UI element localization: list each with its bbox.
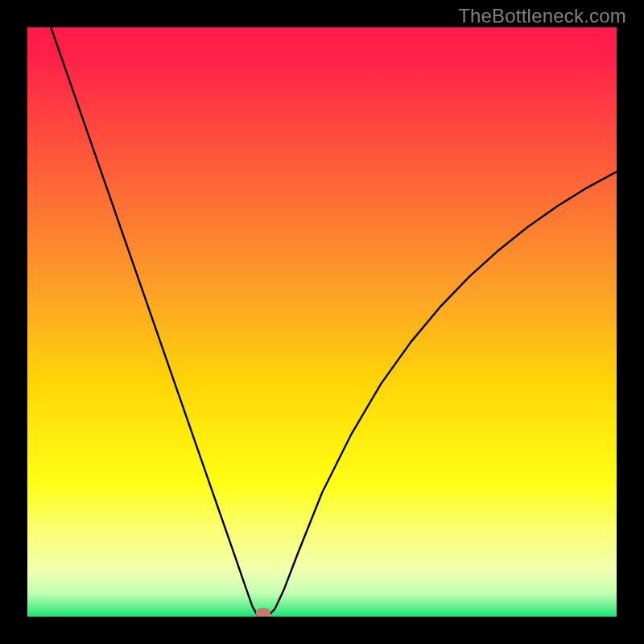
plot-area: [27, 27, 617, 617]
watermark-text: TheBottleneck.com: [458, 5, 626, 27]
optimal-point-marker: [256, 608, 270, 617]
chart-frame: TheBottleneck.com: [0, 0, 644, 644]
bottleneck-curve: [27, 27, 617, 617]
